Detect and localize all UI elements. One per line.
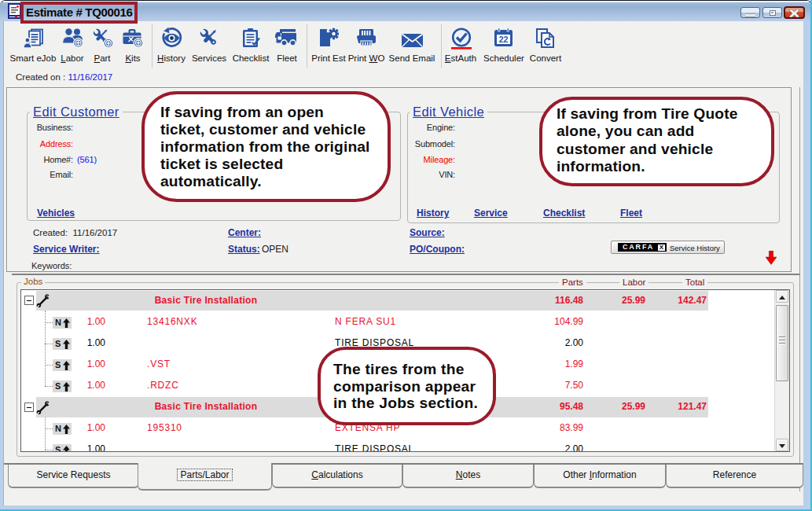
svg-text:22: 22 xyxy=(499,35,509,44)
